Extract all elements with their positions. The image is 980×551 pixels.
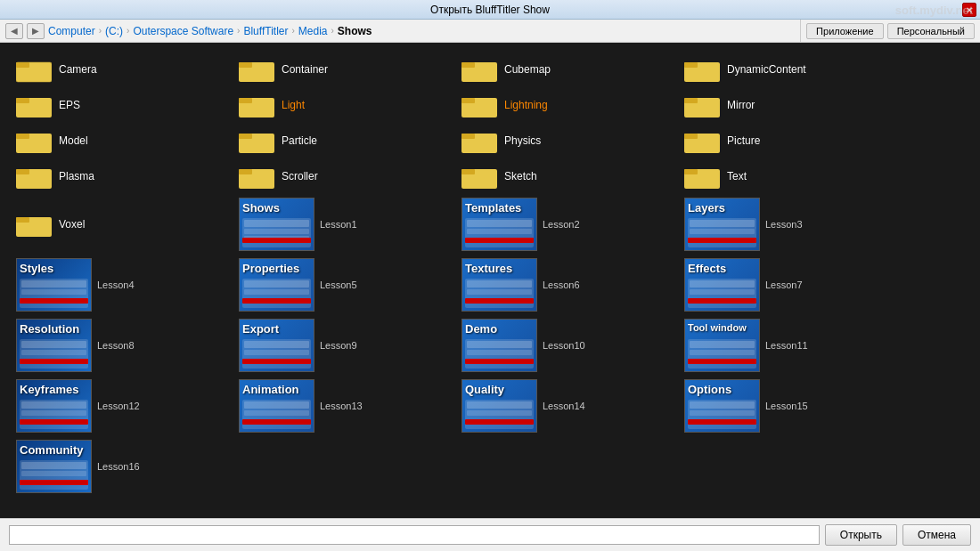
- svg-rect-4: [239, 62, 252, 68]
- thumb-title: Shows: [242, 201, 311, 215]
- lesson-templates[interactable]: Templates Lesson2: [454, 194, 677, 255]
- lesson-thumbnail-effects: Effects: [684, 258, 760, 312]
- breadcrumb-blufftitler[interactable]: BluffTitler: [243, 25, 288, 37]
- lesson-label: Lesson16: [97, 461, 140, 472]
- thumb-bar: [20, 359, 88, 364]
- forward-button[interactable]: ▶: [27, 23, 45, 39]
- lesson-layers[interactable]: Layers Lesson3: [677, 194, 900, 255]
- filename-input[interactable]: [9, 525, 820, 545]
- breadcrumb-media[interactable]: Media: [298, 25, 328, 37]
- folder-lightning[interactable]: Lightning: [454, 87, 677, 123]
- lesson-label: Lesson7: [765, 280, 803, 290]
- folder-eps[interactable]: EPS: [9, 87, 232, 123]
- svg-rect-1: [16, 62, 29, 68]
- tab-personalny[interactable]: Персональный: [887, 23, 975, 39]
- lesson-thumbnail-export: Export: [239, 319, 314, 372]
- lesson-styles[interactable]: Styles Lesson4: [9, 255, 232, 315]
- folder-text[interactable]: Text: [677, 158, 900, 194]
- folder-camera[interactable]: Camera: [9, 52, 232, 87]
- open-file-dialog: Открыть BluffTitler Show ✕ ◀ ▶ Computer …: [0, 0, 980, 551]
- thumb-bar: [20, 480, 88, 485]
- thumb-bar: [465, 419, 534, 425]
- lesson-community[interactable]: Community Lesson16: [9, 436, 232, 497]
- svg-rect-22: [461, 134, 475, 139]
- folder-container[interactable]: Container: [232, 52, 454, 87]
- lesson-options[interactable]: Options Lesson15: [677, 376, 900, 436]
- lesson-thumbnail-toolwindow: Tool window: [684, 319, 760, 372]
- lesson-shows[interactable]: Shows Lesson1: [232, 194, 454, 255]
- lesson-keyframes[interactable]: Keyframes Lesson12: [9, 376, 232, 436]
- lesson-label: Lesson5: [320, 280, 357, 290]
- thumb-body: [688, 339, 756, 369]
- thumb-title: Templates: [465, 201, 534, 215]
- lesson-export[interactable]: Export Lesson9: [232, 315, 454, 376]
- close-button[interactable]: ✕: [962, 3, 976, 17]
- folder-name: Cubemap: [504, 63, 551, 76]
- lesson-textures[interactable]: Textures Lesson6: [454, 255, 677, 315]
- folder-scroller[interactable]: Scroller: [232, 158, 454, 194]
- lesson-demo[interactable]: Demo Lesson10: [454, 315, 677, 376]
- breadcrumb-outerspace[interactable]: Outerspace Software: [133, 25, 233, 37]
- thumb-bar: [688, 238, 756, 243]
- lesson-label: Lesson15: [765, 401, 808, 411]
- folder-voxel[interactable]: Voxel: [9, 194, 232, 255]
- lesson-properties[interactable]: Properties Lesson5: [232, 255, 454, 315]
- breadcrumb-c[interactable]: (C:): [105, 25, 123, 37]
- folder-icon: [16, 162, 52, 190]
- folder-cubemap[interactable]: Cubemap: [454, 52, 677, 87]
- folder-picture[interactable]: Picture: [677, 123, 900, 158]
- folder-light[interactable]: Light: [232, 87, 454, 123]
- folder-icon: [461, 91, 497, 119]
- breadcrumb-computer[interactable]: Computer: [48, 25, 95, 37]
- folder-plasma[interactable]: Plasma: [9, 158, 232, 194]
- thumb-bar: [465, 238, 534, 243]
- breadcrumb-shows[interactable]: Shows: [338, 25, 372, 37]
- svg-rect-34: [16, 217, 29, 223]
- svg-rect-16: [684, 98, 698, 103]
- thumb-bar: [20, 298, 88, 304]
- lesson-label: Lesson9: [320, 340, 357, 351]
- thumb-bar: [242, 419, 311, 425]
- folder-physics[interactable]: Physics: [454, 123, 677, 158]
- folder-name: Scroller: [282, 170, 318, 182]
- open-button[interactable]: Открыть: [825, 524, 897, 546]
- lesson-effects[interactable]: Effects Lesson7: [677, 255, 900, 315]
- svg-rect-8: [684, 62, 698, 68]
- folder-name: Camera: [59, 63, 97, 76]
- folder-icon: [16, 91, 52, 119]
- folder-particle[interactable]: Particle: [232, 123, 454, 158]
- folder-model[interactable]: Model: [9, 123, 232, 158]
- thumb-title: Animation: [242, 383, 311, 396]
- cancel-button[interactable]: Отмена: [902, 524, 971, 546]
- folder-sketch[interactable]: Sketch: [454, 158, 677, 194]
- lesson-quality[interactable]: Quality Lesson14: [454, 376, 677, 436]
- lesson-animation[interactable]: Animation Lesson13: [232, 376, 454, 436]
- file-browser[interactable]: soft.mydiv.net Camera Container Cubemap: [0, 43, 980, 518]
- folder-name: Sketch: [504, 170, 537, 182]
- lesson-toolwindow[interactable]: Tool window Lesson11: [677, 315, 900, 376]
- thumb-body: [465, 339, 534, 369]
- folder-mirror[interactable]: Mirror: [677, 87, 900, 123]
- lesson-label: Lesson1: [320, 219, 357, 230]
- folder-icon: [684, 55, 720, 84]
- lesson-thumbnail-resolution: Resolution: [16, 319, 92, 372]
- bottom-bar: Открыть Отмена: [0, 518, 980, 551]
- thumb-title: Layers: [688, 201, 756, 215]
- thumb-body: [242, 400, 311, 429]
- folder-icon: [461, 162, 497, 190]
- thumb-bar: [20, 419, 88, 425]
- lesson-resolution[interactable]: Resolution Lesson8: [9, 315, 232, 376]
- tab-prilozhenie[interactable]: Приложение: [806, 23, 884, 39]
- lesson-thumbnail-animation: Animation: [239, 379, 314, 433]
- thumb-body: [465, 279, 534, 308]
- folder-icon: [239, 126, 274, 155]
- lesson-label: Lesson14: [543, 401, 585, 411]
- back-button[interactable]: ◀: [5, 23, 23, 39]
- lesson-label: Lesson13: [320, 401, 363, 411]
- top-bar: ◀ ▶ Computer › (C:) › Outerspace Softwar…: [0, 20, 980, 43]
- lesson-thumbnail-styles: Styles: [16, 258, 92, 312]
- title-bar: Открыть BluffTitler Show ✕: [0, 0, 980, 20]
- thumb-title: Demo: [465, 322, 534, 336]
- folder-icon: [684, 126, 720, 155]
- folder-dynamiccontent[interactable]: DynamicContent: [677, 52, 900, 87]
